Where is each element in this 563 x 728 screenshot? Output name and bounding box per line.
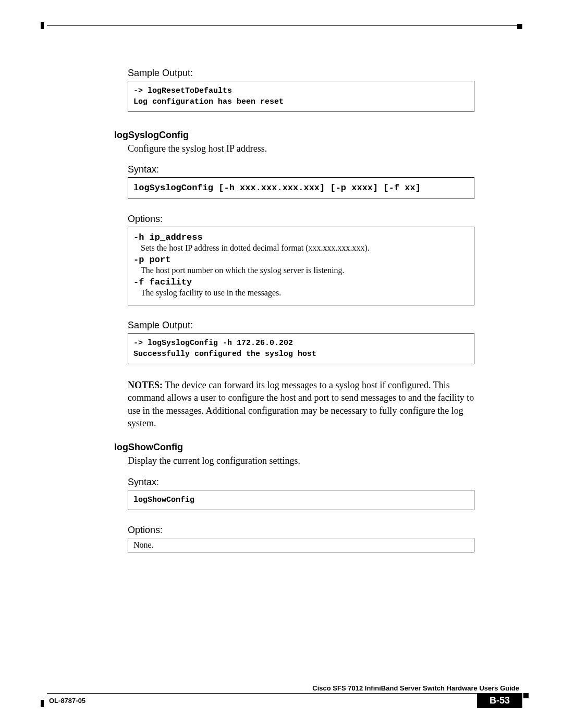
- sample-output-box-1: -> logResetToDefaults Log configuration …: [128, 81, 474, 112]
- options-none: None.: [133, 540, 154, 549]
- page-number: B-53: [477, 693, 522, 708]
- options-label-1: Options:: [128, 214, 474, 225]
- code-line: -> logResetToDefaults: [133, 87, 232, 95]
- options-box-1: -h ip_address Sets the host IP address i…: [128, 227, 474, 305]
- crop-mark-tr: [517, 24, 522, 29]
- notes-paragraph: NOTES: The device can forward its log me…: [128, 379, 474, 429]
- crop-mark-tl: [41, 22, 44, 29]
- footer-doc-title: Cisco SFS 7012 InfiniBand Server Switch …: [47, 684, 522, 692]
- options-box-2: None.: [128, 538, 474, 552]
- opt-f-desc: The syslog facility to use in the messag…: [141, 288, 469, 298]
- code-line: Successfully configured the syslog host: [133, 350, 316, 359]
- code-line: logSyslogConfig [-h xxx.xxx.xxx.xxx] [-p…: [133, 183, 421, 193]
- syntax-box-1: logSyslogConfig [-h xxx.xxx.xxx.xxx] [-p…: [128, 177, 474, 199]
- options-label-2: Options:: [128, 525, 474, 536]
- footer: Cisco SFS 7012 InfiniBand Server Switch …: [47, 693, 522, 714]
- opt-p: -p port: [133, 255, 469, 265]
- sample-output-box-2: -> logSyslogConfig -h 172.26.0.202 Succe…: [128, 333, 474, 364]
- main-content: Sample Output: -> logResetToDefaults Log…: [128, 68, 474, 552]
- crop-mark-br: [523, 693, 529, 698]
- sample-output-label-1: Sample Output:: [128, 68, 474, 79]
- logSyslogConfig-desc: Configure the syslog host IP address.: [128, 143, 474, 155]
- opt-h-desc: Sets the host IP address in dotted decim…: [141, 243, 469, 253]
- syntax-label-2: Syntax:: [128, 477, 474, 488]
- syntax-label-1: Syntax:: [128, 164, 474, 175]
- code-line: -> logSyslogConfig -h 172.26.0.202: [133, 339, 293, 348]
- code-line: logShowConfig: [133, 496, 194, 504]
- footer-doc-id: OL-8787-05: [47, 697, 85, 705]
- top-rule: [47, 25, 522, 26]
- syntax-box-2: logShowConfig: [128, 490, 474, 510]
- logShowConfig-heading: logShowConfig: [114, 442, 474, 453]
- notes-label: NOTES:: [128, 380, 163, 390]
- opt-h: -h ip_address: [133, 232, 469, 242]
- sample-output-label-2: Sample Output:: [128, 320, 474, 331]
- crop-mark-bl: [41, 700, 44, 707]
- logShowConfig-desc: Display the current log configuration se…: [128, 455, 474, 467]
- opt-p-desc: The host port number on which the syslog…: [141, 266, 469, 275]
- notes-text: The device can forward its log messages …: [128, 380, 474, 428]
- opt-f: -f facility: [133, 277, 469, 287]
- logSyslogConfig-heading: logSyslogConfig: [114, 130, 474, 141]
- code-line: Log configuration has been reset: [133, 97, 284, 106]
